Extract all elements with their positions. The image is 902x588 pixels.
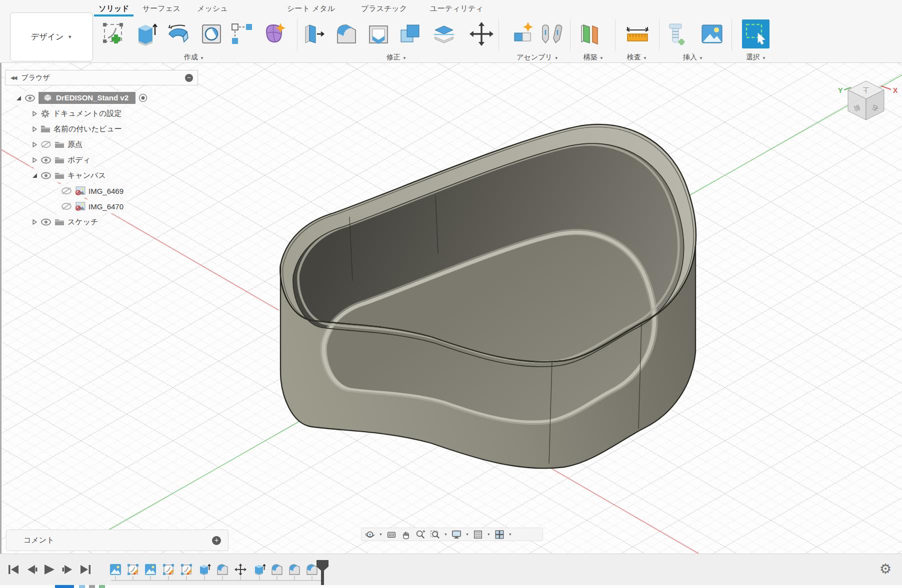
eye-off-icon[interactable] [40, 140, 52, 148]
design-button-label: デザイン [31, 32, 64, 42]
eye-icon[interactable] [40, 156, 52, 164]
timeline-feature-sketch[interactable] [126, 563, 140, 576]
expanded-arrow-icon[interactable] [32, 173, 38, 178]
browser-row-img-6469[interactable]: IMG_6469 [59, 184, 128, 198]
browser-header[interactable]: ◀◀ ブラウザ − [5, 70, 198, 85]
display-settings-icon[interactable] [451, 529, 462, 540]
eye-off-icon[interactable] [61, 187, 72, 195]
collapsed-arrow-icon[interactable] [32, 126, 38, 132]
pattern-icon[interactable] [229, 21, 255, 47]
comments-bar[interactable]: コメント + [6, 530, 228, 551]
collapse-panel-icon[interactable]: ◀◀ [10, 75, 16, 80]
browser-row-sketches[interactable]: スケッチ [30, 215, 102, 229]
taskbar-app [79, 585, 85, 588]
timeline-track[interactable] [111, 580, 321, 581]
display-settings-caret-icon[interactable]: ▼ [466, 533, 469, 536]
collapsed-arrow-icon[interactable] [32, 111, 38, 116]
minimize-browser-icon[interactable]: − [185, 74, 193, 82]
group-insert[interactable]: 挿入 ▼ [683, 53, 703, 62]
group-construct[interactable]: 構築 ▼ [584, 53, 604, 62]
browser-row-bodies[interactable]: ボディ [30, 153, 94, 167]
timeline-feature-sketch[interactable] [180, 563, 193, 576]
look-at-icon[interactable] [386, 529, 397, 540]
skip-start-button[interactable] [7, 563, 20, 576]
add-comment-icon[interactable]: + [212, 536, 221, 545]
move-icon[interactable] [468, 21, 494, 47]
eye-off-icon[interactable] [61, 202, 72, 210]
timeline-feature-fillet[interactable] [216, 563, 229, 576]
collapsed-arrow-icon[interactable] [32, 219, 38, 225]
play-button[interactable] [42, 563, 56, 576]
measure-icon[interactable] [624, 21, 650, 47]
zoom-window-caret-icon[interactable]: ▼ [444, 533, 448, 536]
timeline-feature-canvas[interactable] [144, 563, 157, 576]
revolve-icon[interactable] [165, 21, 191, 47]
tab-mesh[interactable]: メッシュ [197, 4, 228, 13]
browser-row-document-settings[interactable]: ドキュメントの設定 [30, 106, 126, 120]
insert-fastener-icon[interactable] [664, 21, 690, 47]
timeline-feature-extrude[interactable] [198, 563, 211, 576]
toolbar-divider [659, 19, 660, 51]
viewport-3d[interactable] [0, 62, 902, 554]
timeline-feature-sketch[interactable] [162, 563, 175, 576]
collapsed-arrow-icon[interactable] [32, 142, 38, 147]
grid-settings-icon[interactable] [472, 529, 484, 540]
eye-icon[interactable] [24, 94, 36, 102]
construction-plane-icon[interactable] [576, 21, 602, 47]
viewports-caret-icon[interactable]: ▼ [508, 533, 512, 536]
grid-settings-caret-icon[interactable]: ▼ [487, 533, 490, 536]
ground-radio-icon[interactable] [138, 93, 148, 102]
group-modify[interactable]: 修正 ▼ [386, 53, 406, 62]
tab-surface[interactable]: サーフェス [142, 4, 180, 13]
timeline-feature-fillet[interactable] [288, 563, 301, 576]
browser-row-canvases[interactable]: キャンバス [30, 168, 110, 182]
step-back-button[interactable] [26, 563, 39, 576]
fillet-icon[interactable] [334, 21, 360, 47]
timeline-feature-extrude[interactable] [253, 563, 266, 576]
group-create[interactable]: 作成 ▼ [184, 53, 204, 62]
hole-icon[interactable] [198, 21, 224, 47]
pan-icon[interactable] [400, 529, 412, 540]
zoom-window-icon[interactable] [430, 529, 440, 540]
timeline-feature-canvas[interactable] [109, 563, 122, 576]
design-workspace-button[interactable]: デザイン ▼ [10, 12, 93, 61]
tab-solid[interactable]: ソリッド [98, 4, 129, 13]
shell-icon[interactable] [366, 21, 392, 47]
new-component-icon[interactable] [510, 21, 536, 47]
press-pull-icon[interactable] [300, 21, 326, 47]
combine-icon[interactable] [397, 21, 423, 47]
root-component-highlight[interactable]: DrEDISON_Stand v2 [38, 92, 136, 104]
select-icon[interactable] [743, 21, 769, 47]
extrude-icon[interactable] [134, 21, 160, 47]
orbit-icon[interactable] [364, 529, 376, 540]
folder-icon [54, 218, 64, 226]
tab-sheet-metal[interactable]: シート メタル [287, 4, 335, 13]
joint-icon[interactable] [538, 21, 564, 47]
eye-icon[interactable] [40, 172, 52, 179]
create-sketch-icon[interactable] [101, 21, 127, 47]
insert-canvas-icon[interactable] [699, 21, 725, 47]
tab-utilities[interactable]: ユーティリティ [430, 4, 483, 13]
orbit-caret-icon[interactable]: ▼ [379, 533, 382, 536]
timeline-playhead[interactable] [315, 560, 330, 588]
skip-end-button[interactable] [79, 563, 92, 576]
timeline-feature-fillet[interactable] [270, 563, 284, 576]
collapsed-arrow-icon[interactable] [32, 157, 38, 163]
group-assemble[interactable]: アセンブリ ▼ [516, 53, 558, 62]
browser-row-named-views[interactable]: 名前の付いたビュー [30, 122, 126, 136]
group-inspect[interactable]: 検査 ▼ [627, 53, 647, 62]
group-select[interactable]: 選択 ▼ [746, 53, 766, 62]
browser-row-root[interactable]: DrEDISON_Stand v2 [14, 91, 152, 105]
form-icon[interactable] [262, 21, 288, 47]
eye-icon[interactable] [40, 218, 52, 226]
browser-row-origin[interactable]: 原点 [30, 137, 86, 151]
expanded-arrow-icon[interactable] [16, 95, 22, 101]
viewports-icon[interactable] [494, 529, 505, 540]
browser-row-img-6470[interactable]: IMG_6470 [59, 199, 128, 213]
timeline-feature-move[interactable] [234, 563, 247, 576]
split-body-icon[interactable] [431, 21, 457, 47]
zoom-icon[interactable] [415, 529, 426, 540]
timeline-settings-gear-icon[interactable]: ⚙ [878, 562, 893, 577]
step-forward-button[interactable] [60, 563, 74, 576]
tab-plastic[interactable]: プラスチック [361, 4, 407, 13]
